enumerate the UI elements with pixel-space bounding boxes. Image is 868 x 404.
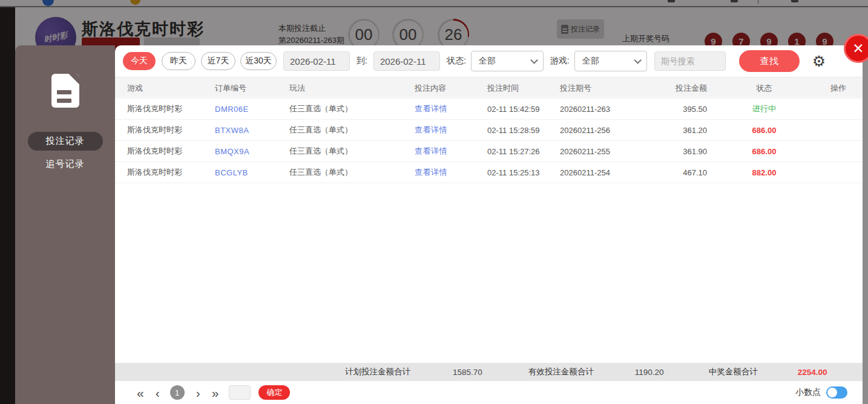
next-page-button[interactable]: › [196,386,200,399]
to-label: 到: [357,56,367,67]
pagination-bar: « ‹ 1 › » 确定 小数点 [115,381,863,404]
date-from-input[interactable]: 2026-02-11 [283,51,350,71]
col-order-id: 订单编号 [203,83,277,94]
view-details-link[interactable]: 查看详情 [403,103,475,114]
last-page-button[interactable]: » [212,386,219,399]
order-id-link[interactable]: BMQX9A [203,147,277,156]
table-row: 斯洛伐克时时彩 BMQX9A 任三直选（单式） 查看详情 02-11 15:27… [115,141,863,162]
page-jump-confirm-button[interactable]: 确定 [258,385,290,400]
bet-records-modal: 今天 昨天 近7天 近30天 2026-02-11 到: 2026-02-11 … [115,45,863,404]
valid-total-label: 有效投注金额合计 [528,367,594,377]
view-details-link[interactable]: 查看详情 [403,146,475,157]
decimal-toggle-group: 小数点 [795,386,847,399]
col-period: 投注期号 [548,83,663,94]
range-yesterday-button[interactable]: 昨天 [162,52,196,70]
range-today-button[interactable]: 今天 [123,52,156,70]
sidebar-item-chase-records[interactable]: 追号记录 [28,155,103,174]
range-7days-button[interactable]: 近7天 [201,52,235,70]
table-row: 斯洛伐克时时彩 BCGLYB 任三直选（单式） 查看详情 02-11 15:25… [115,162,863,183]
col-time: 投注时间 [475,83,548,94]
table-row: 斯洛伐克时时彩 DMR06E 任三直选（单式） 查看详情 02-11 15:42… [115,99,863,120]
status-label: 状态: [447,56,466,67]
page-jump-input[interactable] [229,385,251,400]
decimal-label: 小数点 [795,387,821,398]
range-30days-button[interactable]: 近30天 [240,52,277,70]
plan-total-label: 计划投注金额合计 [345,367,410,377]
first-page-button[interactable]: « [137,386,144,399]
prev-page-button[interactable]: ‹ [156,386,160,399]
col-play: 玩法 [277,83,403,94]
col-game: 游戏 [115,83,203,94]
records-document-icon [51,74,79,108]
view-details-link[interactable]: 查看详情 [403,167,475,178]
status-badge: 进行中 [714,103,814,114]
status-badge: 686.00 [714,147,814,156]
sidebar-item-bet-records[interactable]: 投注记录 [28,132,103,151]
date-to-input[interactable]: 2026-02-11 [373,51,440,71]
order-id-link[interactable]: BCGLYB [203,168,277,177]
status-badge: 882.00 [714,168,814,177]
period-search-input[interactable] [654,51,726,71]
search-button[interactable]: 查找 [739,50,800,72]
current-page-indicator[interactable]: 1 [170,385,185,400]
col-amount: 投注金额 [663,83,714,94]
col-status: 状态 [714,83,814,94]
close-modal-button[interactable]: ✕ [844,34,868,63]
totals-bar: 计划投注金额合计 1585.70 有效投注金额合计 1190.20 中奖金额合计… [115,363,863,381]
status-select[interactable]: 全部 [471,51,544,71]
view-details-link[interactable]: 查看详情 [403,125,475,135]
col-content: 投注内容 [403,83,475,94]
chevron-down-icon [634,56,642,64]
table-row: 斯洛伐克时时彩 BTXW8A 任三直选（单式） 查看详情 02-11 15:28… [115,120,863,141]
folded-corner [69,74,79,84]
gear-icon[interactable]: ⚙ [812,54,826,69]
betting-records-screen: 时时彩 斯洛伐克时时彩 本期投注截止 第20260211-263期 00 00 … [0,0,868,404]
order-id-link[interactable]: BTXW8A [203,126,277,135]
status-badge: 686.00 [714,126,814,135]
table-header: 游戏 订单编号 玩法 投注内容 投注时间 投注期号 投注金额 状态 操作 [115,77,863,99]
table-empty-area [115,183,863,363]
chevron-down-icon [530,56,538,64]
game-select[interactable]: 全部 [574,51,647,71]
plan-total-value: 1585.70 [453,368,482,377]
win-total-label: 中奖金额合计 [709,367,758,377]
game-label: 游戏: [550,56,570,67]
decimal-toggle[interactable] [826,386,847,399]
win-total-value: 2254.00 [798,368,827,377]
col-actions: 操作 [814,83,863,94]
order-id-link[interactable]: DMR06E [203,105,277,114]
valid-total-value: 1190.20 [635,368,664,377]
filter-bar: 今天 昨天 近7天 近30天 2026-02-11 到: 2026-02-11 … [115,45,863,77]
records-sidebar: 投注记录 追号记录 [15,45,115,404]
